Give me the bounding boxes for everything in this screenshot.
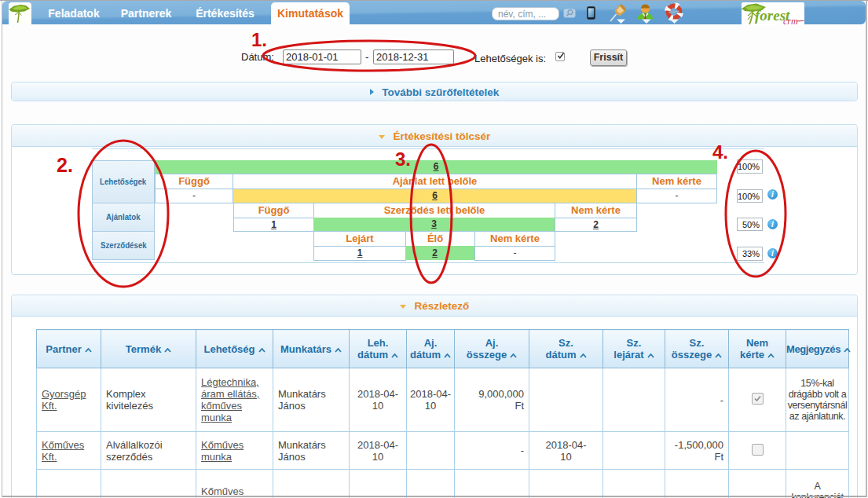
svg-text:crm: crm bbox=[783, 16, 798, 25]
